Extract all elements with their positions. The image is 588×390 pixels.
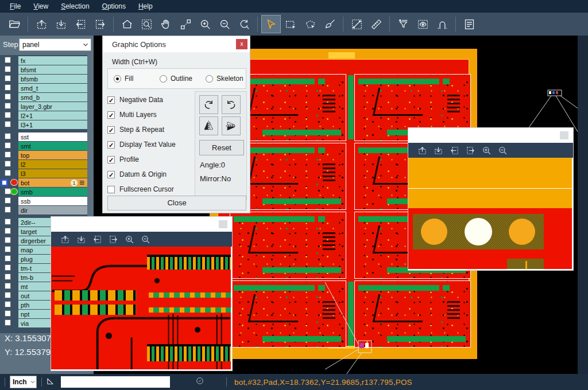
shift-left-button[interactable] <box>446 146 462 155</box>
menu-file[interactable]: File <box>3 1 27 12</box>
checkbox-datum-origin[interactable]: ✓Datum & Origin <box>107 167 194 182</box>
shift-left-button[interactable] <box>89 235 105 244</box>
checkbox-profile[interactable]: ✓Profile <box>107 152 194 167</box>
menu-help[interactable]: Help <box>132 1 159 12</box>
layer-visibility-checkbox[interactable] <box>5 112 11 118</box>
layer-visibility-checkbox[interactable] <box>5 133 11 139</box>
rotate-ccw-button[interactable] <box>222 95 241 114</box>
layer-row-smt[interactable]: smt <box>0 142 87 150</box>
shift-right-button[interactable] <box>105 235 121 244</box>
shift-up-button[interactable] <box>414 146 430 155</box>
layer-row-l3[interactable]: l3 <box>0 169 87 178</box>
layer-visibility-checkbox[interactable] <box>5 228 11 234</box>
filter-button[interactable] <box>393 15 413 33</box>
layer-row-layer_3.gbr[interactable]: layer_3.gbr <box>0 102 87 111</box>
layer-row-sst[interactable]: sst <box>0 132 87 141</box>
zoom-previous-button[interactable] <box>234 15 254 33</box>
magnifier-title-bar[interactable] <box>51 217 232 232</box>
move-object-button[interactable] <box>176 15 195 33</box>
layer-visibility-checkbox[interactable] <box>5 301 11 307</box>
vertical-scrollbar[interactable] <box>578 36 588 374</box>
menu-options[interactable]: Options <box>96 1 132 12</box>
layer-visibility-checkbox[interactable] <box>5 170 11 176</box>
shift-up-button[interactable] <box>57 235 73 244</box>
measure-distance-button[interactable] <box>347 15 366 33</box>
layer-visibility-checkbox[interactable] <box>5 93 11 100</box>
shift-left-button[interactable] <box>71 15 90 33</box>
layer-row-bot[interactable]: bot1⊞ <box>0 178 87 187</box>
layer-row-l2+1[interactable]: l2+1 <box>0 111 87 120</box>
checkbox-fullscreen-cursor[interactable]: Fullscreen Cursor <box>107 182 194 197</box>
layer-row-l3+1[interactable]: l3+1 <box>0 120 87 129</box>
shift-down-button[interactable] <box>51 15 71 33</box>
layer-visibility-checkbox[interactable] <box>5 310 11 317</box>
shift-up-button[interactable] <box>32 15 51 33</box>
step-select[interactable]: panel <box>19 38 91 51</box>
layer-row-bfsmt[interactable]: bfsmt <box>0 65 87 74</box>
layer-visibility-checkbox[interactable] <box>5 57 11 63</box>
window-options-button[interactable] <box>560 131 568 139</box>
layer-visibility-checkbox[interactable] <box>5 292 11 298</box>
layer-visibility-checkbox[interactable] <box>5 161 11 167</box>
flip-horizontal-button[interactable] <box>199 116 218 135</box>
clean-brush-button[interactable] <box>320 15 339 33</box>
layer-visibility-checkbox[interactable] <box>5 84 11 91</box>
layer-visibility-checkbox[interactable] <box>5 283 11 289</box>
layer-visibility-checkbox[interactable] <box>5 66 11 72</box>
home-view-button[interactable] <box>117 15 137 33</box>
report-button[interactable] <box>459 15 479 33</box>
layer-row-ssb[interactable]: ssb <box>0 197 87 205</box>
grid-icon[interactable]: ⊞ <box>78 180 86 186</box>
layer-row-dir[interactable]: dir <box>0 206 87 214</box>
radio-skeleton[interactable]: Skeleton <box>206 75 246 83</box>
layer-row-l2[interactable]: l2 <box>0 160 87 169</box>
layer-visibility-checkbox[interactable] <box>5 246 11 252</box>
snap-button[interactable] <box>432 15 452 33</box>
zoom-window-button[interactable] <box>137 15 156 33</box>
layer-row-smd_b[interactable]: smd_b <box>0 93 87 102</box>
magnifier-title-bar[interactable] <box>408 128 573 143</box>
zoom-in-button[interactable] <box>195 15 215 33</box>
layer-visibility-checkbox[interactable] <box>5 151 11 158</box>
zoom-in-button[interactable] <box>121 235 137 244</box>
zoom-out-button[interactable] <box>215 15 234 33</box>
unit-select[interactable]: Inch <box>10 376 37 388</box>
layer-row-bfsmb[interactable]: bfsmb <box>0 75 87 83</box>
layer-row-top[interactable]: top <box>0 151 87 159</box>
layer-visibility-checkbox[interactable] <box>5 142 11 149</box>
magnifier-view-bottom[interactable] <box>51 247 231 369</box>
layer-visibility-checkbox[interactable] <box>5 264 11 271</box>
ruler-button[interactable] <box>366 15 386 33</box>
layer-visibility-checkbox[interactable] <box>5 103 11 109</box>
checkbox-step-repeat[interactable]: ✓Step & Repeat <box>107 122 194 137</box>
radio-outline[interactable]: Outline <box>160 75 200 83</box>
layer-visibility-checkbox[interactable] <box>5 121 11 127</box>
checkbox-multi-layers[interactable]: ✓Multi Layers <box>107 107 194 122</box>
select-cursor-button[interactable] <box>261 15 281 33</box>
reset-button[interactable]: Reset <box>199 140 244 155</box>
layer-visibility-checkbox[interactable] <box>5 255 11 262</box>
checkbox-display-text-value[interactable]: ✓Display Text Value <box>107 137 194 152</box>
layer-visibility-checkbox[interactable] <box>5 219 11 225</box>
radio-fill[interactable]: Fill <box>114 75 154 83</box>
layer-visibility-checkbox[interactable] <box>5 197 11 204</box>
zoom-in-button[interactable] <box>478 146 494 155</box>
flip-vertical-button[interactable] <box>222 116 241 135</box>
command-input[interactable] <box>61 376 170 388</box>
rect-select-button[interactable] <box>281 15 300 33</box>
checkbox-negative-data[interactable]: ✓Negative Data <box>107 92 194 107</box>
close-button[interactable]: Close <box>107 196 246 210</box>
zoom-out-button[interactable] <box>494 146 510 155</box>
layer-row-fx[interactable]: fx <box>0 56 87 65</box>
layer-visibility-checkbox[interactable] <box>5 206 11 213</box>
zoom-out-button[interactable] <box>137 235 153 244</box>
view-options-button[interactable] <box>413 15 432 33</box>
layer-visibility-checkbox[interactable] <box>1 179 8 186</box>
layer-row-smb[interactable]: smb <box>0 188 87 196</box>
shift-down-button[interactable] <box>430 146 446 155</box>
shift-down-button[interactable] <box>73 235 89 244</box>
dialog-close-icon[interactable]: x <box>236 39 247 49</box>
shift-right-button[interactable] <box>462 146 478 155</box>
menu-selection[interactable]: Selection <box>55 1 95 12</box>
open-file-button[interactable] <box>5 15 24 33</box>
